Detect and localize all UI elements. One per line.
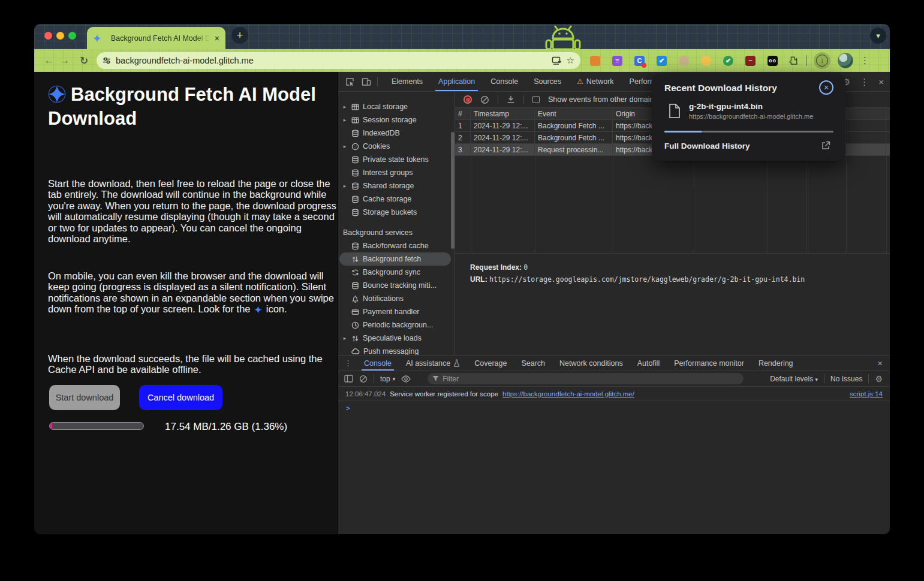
- browser-menu-icon[interactable]: ⋮: [860, 55, 869, 66]
- sidebar-item-private-state-tokens[interactable]: Private state tokens: [338, 153, 455, 166]
- ext-password-key[interactable]: C: [634, 56, 645, 66]
- sidebar-item-payment-handler[interactable]: Payment handler: [338, 305, 455, 318]
- console-eye-icon[interactable]: [401, 375, 411, 383]
- console-settings-icon[interactable]: ⚙: [875, 374, 883, 384]
- ext-blue-check[interactable]: ✔: [657, 56, 667, 66]
- disclosure-arrow-icon[interactable]: ▸: [342, 183, 348, 189]
- maximize-window-button[interactable]: [68, 32, 76, 40]
- popup-close-button[interactable]: ×: [819, 80, 833, 95]
- console-clear-icon[interactable]: [359, 375, 368, 383]
- header-cell[interactable]: #: [455, 108, 471, 119]
- default-levels-dropdown[interactable]: Default levels ▾: [770, 375, 818, 383]
- sidebar-item-periodic-backgroun-[interactable]: Periodic backgroun...: [338, 318, 455, 332]
- sidebar-item-speculative-loads[interactable]: ▸Speculative loads: [338, 332, 455, 345]
- devtools-menu-icon[interactable]: ⋮: [860, 77, 869, 88]
- reload-button[interactable]: ↻: [76, 55, 92, 67]
- drawer-tab-network-conditions[interactable]: Network conditions: [552, 356, 630, 371]
- drawer-more-icon[interactable]: ⋮: [344, 359, 352, 368]
- bookmark-star-icon[interactable]: ☆: [567, 55, 574, 66]
- sidebar-item-notifications[interactable]: Notifications: [338, 292, 455, 305]
- drawer-tab-autofill[interactable]: Autofill: [630, 356, 667, 371]
- back-button[interactable]: ←: [41, 55, 57, 67]
- sidebar-item-storage-buckets[interactable]: Storage buckets: [338, 206, 455, 219]
- ext-orange-tool[interactable]: [590, 56, 600, 66]
- sidebar-item-bounce-tracking-miti-[interactable]: Bounce tracking miti...: [338, 279, 455, 292]
- sidebar-item-push-messaging[interactable]: Push messaging: [338, 345, 455, 355]
- site-settings-icon[interactable]: [103, 56, 111, 65]
- ext-dark-glasses[interactable]: oo: [768, 56, 778, 66]
- console-sidebar-icon[interactable]: [344, 375, 353, 383]
- issues-counter[interactable]: No Issues: [830, 375, 862, 383]
- sidebar-item-session-storage[interactable]: ▸Session storage: [338, 113, 455, 127]
- ext-green-check[interactable]: ✔: [723, 56, 733, 66]
- sidebar-item-background-sync[interactable]: Background sync: [338, 266, 455, 279]
- inspect-element-icon[interactable]: [345, 77, 354, 86]
- console-context-selector[interactable]: top ▾: [380, 375, 395, 383]
- ext-builder[interactable]: [701, 56, 711, 66]
- devtools-tab-label: Elements: [392, 77, 423, 86]
- header-cell[interactable]: [846, 108, 886, 119]
- drawer-tab-search[interactable]: Search: [514, 356, 552, 371]
- download-file-name[interactable]: g-2b-it-gpu-int4.bin: [689, 102, 763, 111]
- devtools-tab-elements[interactable]: Elements: [384, 72, 431, 91]
- forward-button[interactable]: →: [57, 55, 73, 67]
- disclosure-arrow-icon[interactable]: ▸: [342, 117, 348, 123]
- request-index-label: Request Index:: [470, 263, 522, 272]
- full-download-history-link[interactable]: Full Download History: [664, 142, 750, 150]
- window-chevron-button[interactable]: ▾: [870, 28, 886, 44]
- console-filter-input[interactable]: Filter: [428, 373, 744, 384]
- sidebar-item-background-fetch[interactable]: Background fetch: [339, 252, 451, 266]
- drawer-tab-performance-monitor[interactable]: Performance monitor: [667, 356, 751, 371]
- devtools-tab-sources[interactable]: Sources: [526, 72, 569, 91]
- browser-tab[interactable]: Background Fetch AI Model D ×: [87, 27, 225, 49]
- drawer-tab-coverage[interactable]: Coverage: [467, 356, 514, 371]
- record-events-button[interactable]: [463, 95, 472, 104]
- disclosure-arrow-icon[interactable]: ▸: [342, 104, 348, 110]
- device-toolbar-icon[interactable]: [362, 77, 371, 86]
- drawer-tab-console[interactable]: Console: [357, 356, 399, 371]
- external-link-icon[interactable]: [821, 141, 830, 150]
- devtools-close-icon[interactable]: ×: [878, 77, 884, 87]
- sidebar-item-indexeddb[interactable]: IndexedDB: [338, 127, 455, 140]
- log-scope-link[interactable]: https://backgroundfetch-ai-model.glitch.…: [502, 390, 634, 398]
- extensions-puzzle-icon[interactable]: [788, 56, 799, 66]
- header-cell[interactable]: Timestamp: [471, 108, 535, 119]
- log-source-link[interactable]: script.js:14: [850, 390, 883, 398]
- save-events-icon[interactable]: [507, 95, 515, 104]
- devtools-tab-application[interactable]: Application: [431, 72, 483, 91]
- sidebar-item-shared-storage[interactable]: ▸Shared storage: [338, 179, 455, 192]
- network-warning-icon: ⚠: [577, 77, 583, 86]
- drawer-tab-ai-assistance[interactable]: AI assistance: [399, 356, 467, 371]
- clear-events-icon[interactable]: [480, 95, 489, 104]
- sidebar-scrollbar[interactable]: [451, 132, 455, 249]
- send-to-device-icon[interactable]: [552, 56, 562, 65]
- cancel-download-button[interactable]: Cancel download: [139, 385, 222, 410]
- downloads-button[interactable]: ↓: [814, 52, 830, 69]
- sidebar-item-interest-groups[interactable]: Interest groups: [338, 166, 455, 179]
- close-window-button[interactable]: [44, 32, 52, 40]
- start-download-button[interactable]: Start download: [49, 385, 120, 410]
- drawer-tab-rendering[interactable]: Rendering: [751, 356, 800, 371]
- sidebar-item-back-forward-cache[interactable]: Back/forward cache: [338, 239, 455, 252]
- new-tab-button[interactable]: +: [231, 27, 248, 44]
- devtools-tab-console[interactable]: Console: [483, 72, 526, 91]
- sidebar-item-local-storage[interactable]: ▸Local storage: [338, 100, 455, 113]
- minimize-window-button[interactable]: [56, 32, 64, 40]
- console-prompt[interactable]: >: [338, 401, 890, 416]
- ext-purple-layers[interactable]: ≡: [612, 56, 622, 66]
- request-url-label: URL:: [470, 275, 487, 284]
- drawer-close-icon[interactable]: ×: [877, 358, 883, 368]
- show-other-domains-checkbox[interactable]: [532, 96, 540, 103]
- devtools-tab-network[interactable]: ⚠Network: [569, 72, 622, 91]
- ext-monkey[interactable]: [679, 56, 689, 66]
- disclosure-arrow-icon[interactable]: ▸: [342, 143, 348, 149]
- profile-avatar[interactable]: [838, 53, 853, 68]
- ext-red-shield[interactable]: −: [745, 56, 756, 66]
- sidebar-item-cookies[interactable]: ▸Cookies: [338, 140, 455, 153]
- url-bar[interactable]: backgroundfetch-ai-model.glitch.me ☆: [97, 52, 580, 69]
- tab-close-icon[interactable]: ×: [215, 34, 219, 43]
- url-text[interactable]: backgroundfetch-ai-model.glitch.me: [116, 56, 547, 65]
- sidebar-item-cache-storage[interactable]: Cache storage: [338, 192, 455, 206]
- header-cell[interactable]: Event: [535, 108, 613, 119]
- disclosure-arrow-icon[interactable]: ▸: [342, 335, 348, 341]
